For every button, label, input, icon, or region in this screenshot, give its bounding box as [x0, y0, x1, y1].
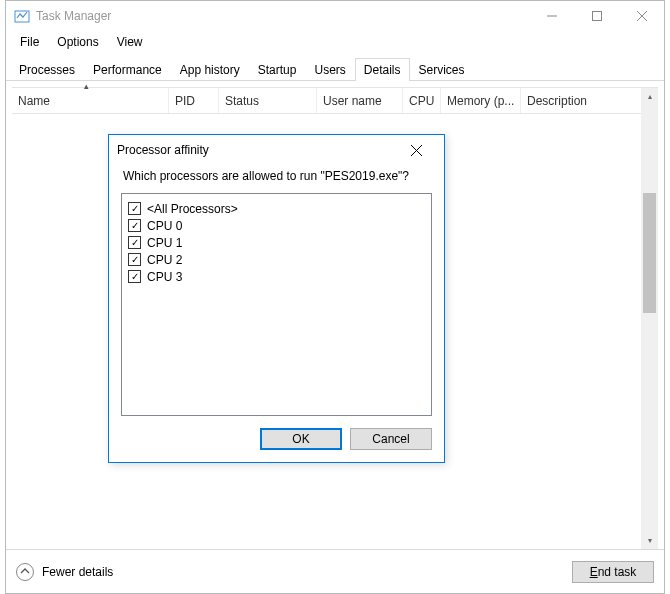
window-title: Task Manager: [36, 9, 529, 23]
cancel-button[interactable]: Cancel: [350, 428, 432, 450]
scroll-thumb[interactable]: [643, 193, 656, 313]
list-item-label: CPU 2: [147, 253, 182, 267]
menu-view[interactable]: View: [109, 33, 151, 51]
col-memory[interactable]: Memory (p...: [441, 88, 521, 113]
menu-options[interactable]: Options: [49, 33, 106, 51]
list-item[interactable]: ✓ CPU 1: [128, 234, 425, 251]
scroll-up-icon[interactable]: ▴: [641, 88, 658, 105]
maximize-button[interactable]: [574, 1, 619, 31]
close-button[interactable]: [619, 1, 664, 31]
dialog-titlebar: Processor affinity: [109, 135, 444, 165]
list-item-label: CPU 1: [147, 236, 182, 250]
tab-app-history[interactable]: App history: [171, 58, 249, 81]
col-pid[interactable]: PID: [169, 88, 219, 113]
tab-details[interactable]: Details: [355, 58, 410, 81]
menubar: File Options View: [6, 31, 664, 53]
ok-button[interactable]: OK: [260, 428, 342, 450]
fewer-details-label[interactable]: Fewer details: [42, 565, 113, 579]
table-header: Name PID Status User name CPU Memory (p.…: [12, 88, 658, 114]
svg-rect-2: [592, 12, 601, 21]
tab-users[interactable]: Users: [305, 58, 354, 81]
processor-listbox[interactable]: ✓ <All Processors> ✓ CPU 0 ✓ CPU 1 ✓ CPU…: [121, 193, 432, 416]
sort-caret-icon: ▴: [84, 81, 89, 91]
end-task-button[interactable]: EEnd tasknd task: [572, 561, 654, 583]
menu-file[interactable]: File: [12, 33, 47, 51]
task-manager-icon: [14, 8, 30, 24]
col-description[interactable]: Description: [521, 88, 658, 113]
processor-affinity-dialog: Processor affinity Which processors are …: [108, 134, 445, 463]
tabs: Processes Performance App history Startu…: [6, 57, 664, 81]
minimize-button[interactable]: [529, 1, 574, 31]
col-user-name[interactable]: User name: [317, 88, 403, 113]
vertical-scrollbar[interactable]: ▴ ▾: [641, 88, 658, 549]
checkbox-icon[interactable]: ✓: [128, 270, 141, 283]
dialog-title: Processor affinity: [117, 143, 396, 157]
list-item[interactable]: ✓ CPU 3: [128, 268, 425, 285]
tab-processes[interactable]: Processes: [10, 58, 84, 81]
list-item-label: CPU 0: [147, 219, 182, 233]
tab-performance[interactable]: Performance: [84, 58, 171, 81]
list-item[interactable]: ✓ <All Processors>: [128, 200, 425, 217]
list-item-label: <All Processors>: [147, 202, 238, 216]
tab-services[interactable]: Services: [410, 58, 474, 81]
col-name[interactable]: Name: [12, 88, 169, 113]
fewer-details-icon[interactable]: [16, 563, 34, 581]
checkbox-icon[interactable]: ✓: [128, 236, 141, 249]
statusbar: Fewer details EEnd tasknd task: [6, 549, 664, 593]
list-item-label: CPU 3: [147, 270, 182, 284]
tab-startup[interactable]: Startup: [249, 58, 306, 81]
col-cpu[interactable]: CPU: [403, 88, 441, 113]
dialog-prompt: Which processors are allowed to run "PES…: [121, 165, 432, 193]
dialog-close-button[interactable]: [396, 136, 436, 164]
list-item[interactable]: ✓ CPU 2: [128, 251, 425, 268]
col-status[interactable]: Status: [219, 88, 317, 113]
scroll-down-icon[interactable]: ▾: [641, 532, 658, 549]
checkbox-icon[interactable]: ✓: [128, 202, 141, 215]
checkbox-icon[interactable]: ✓: [128, 219, 141, 232]
titlebar: Task Manager: [6, 1, 664, 31]
checkbox-icon[interactable]: ✓: [128, 253, 141, 266]
list-item[interactable]: ✓ CPU 0: [128, 217, 425, 234]
